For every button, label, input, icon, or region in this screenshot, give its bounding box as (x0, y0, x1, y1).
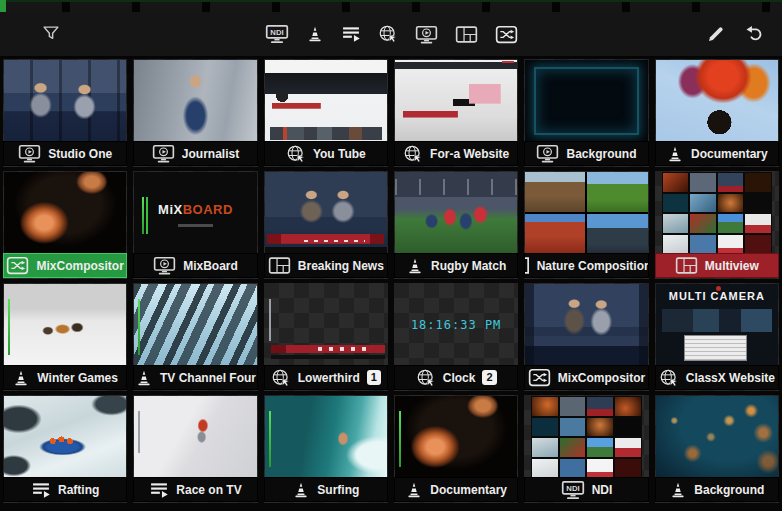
source-cell[interactable]: MixCompositor (0, 169, 130, 281)
shuffle-icon[interactable] (493, 23, 520, 46)
mosaic-tile (745, 194, 771, 213)
source-cell[interactable]: Nature Composition (521, 169, 651, 281)
source-label-bar[interactable]: Documentary (655, 141, 779, 166)
source-cell[interactable]: NDINDI (521, 393, 651, 505)
source-thumbnail[interactable] (656, 172, 778, 254)
source-thumbnail[interactable] (265, 284, 387, 366)
globe-icon[interactable] (376, 22, 400, 46)
source-cell[interactable]: Studio One (0, 57, 130, 169)
source-cell[interactable]: MiXBOARDMixBoard (130, 169, 260, 281)
cone-icon[interactable] (304, 23, 326, 45)
source-label-bar[interactable]: Rugby Match (394, 253, 518, 278)
source-label-bar[interactable]: Background (524, 141, 648, 166)
source-label-bar[interactable]: TV Channel Four (133, 365, 257, 390)
mosaic-tile (560, 397, 586, 416)
source-cell[interactable]: MULTI CAMERAClassX Website (652, 281, 782, 393)
source-thumbnail[interactable] (395, 60, 517, 142)
source-thumbnail[interactable] (134, 284, 256, 366)
source-thumbnail[interactable] (525, 60, 647, 142)
source-thumbnail[interactable] (656, 396, 778, 478)
cone-icon (405, 481, 423, 499)
source-cell[interactable]: Race on TV (130, 393, 260, 505)
ndi-icon[interactable]: NDI (263, 22, 291, 46)
source-label-bar[interactable]: Surfing (264, 477, 388, 502)
playlist-icon[interactable] (339, 22, 363, 46)
source-label-bar[interactable]: Breaking News (264, 253, 388, 278)
source-label-bar[interactable]: ClassX Website (655, 365, 779, 390)
mixboard-logo-text: MiXBOARD (134, 202, 256, 217)
undo-icon[interactable] (742, 22, 766, 46)
source-thumbnail[interactable] (265, 172, 387, 254)
source-cell[interactable]: Lowerthird1 (261, 281, 391, 393)
mosaic-tile (663, 194, 689, 213)
source-cell[interactable]: Multiview (652, 169, 782, 281)
source-label-bar[interactable]: MixBoard (133, 253, 257, 278)
source-cell[interactable]: Surfing (261, 393, 391, 505)
source-thumbnail[interactable] (656, 60, 778, 142)
source-cell[interactable]: Documentary (652, 57, 782, 169)
source-label-bar[interactable]: Lowerthird1 (264, 365, 388, 390)
mosaic-tile (745, 173, 771, 192)
source-cell[interactable]: Background (521, 57, 651, 169)
source-label-bar[interactable]: Multiview (655, 253, 779, 278)
source-label-bar[interactable]: Clock2 (394, 365, 518, 390)
source-label-bar[interactable]: Winter Games (3, 365, 127, 390)
ndi-icon: NDI (561, 480, 585, 500)
classx-screenshots (662, 309, 772, 332)
source-thumbnail[interactable] (4, 396, 126, 478)
source-cell[interactable]: TV Channel Four (130, 281, 260, 393)
source-cell[interactable]: Rafting (0, 393, 130, 505)
source-label-bar[interactable]: Background (655, 477, 779, 502)
source-cell[interactable]: MixCompositor (521, 281, 651, 393)
source-label: MixCompositor (36, 259, 123, 273)
source-label-bar[interactable]: Rafting (3, 477, 127, 502)
source-thumbnail[interactable] (525, 172, 647, 254)
source-thumbnail[interactable] (525, 396, 647, 478)
source-thumbnail[interactable] (395, 396, 517, 478)
source-label: Studio One (48, 147, 112, 161)
source-thumbnail[interactable] (4, 172, 126, 254)
source-label-bar[interactable]: Journalist (133, 141, 257, 166)
source-thumbnail[interactable] (134, 396, 256, 478)
mosaic-tile (587, 459, 613, 478)
source-cell[interactable]: Rugby Match (391, 169, 521, 281)
source-cell[interactable]: For-a Website (391, 57, 521, 169)
mosaic-tile (690, 214, 716, 233)
source-label-bar[interactable]: Studio One (3, 141, 127, 166)
source-thumbnail[interactable]: 18:16:33 PM (395, 284, 517, 366)
pencil-icon[interactable] (704, 22, 728, 46)
source-cell[interactable]: Documentary (391, 393, 521, 505)
source-label-bar[interactable]: MixCompositor (3, 253, 127, 278)
source-label-bar[interactable]: Nature Composition (524, 253, 648, 278)
source-thumbnail[interactable]: MiXBOARD (134, 172, 256, 254)
source-label-bar[interactable]: NDINDI (524, 477, 648, 502)
source-label-bar[interactable]: For-a Website (394, 141, 518, 166)
source-cell[interactable]: Journalist (130, 57, 260, 169)
source-thumbnail[interactable] (4, 284, 126, 366)
source-label-bar[interactable]: Documentary (394, 477, 518, 502)
source-cell[interactable]: You Tube (261, 57, 391, 169)
globe-icon (403, 144, 423, 164)
source-thumbnail[interactable] (4, 60, 126, 142)
source-label-bar[interactable]: MixCompositor (524, 365, 648, 390)
source-thumbnail[interactable]: MULTI CAMERA (656, 284, 778, 366)
multiview-icon[interactable] (453, 23, 480, 46)
screen-icon[interactable] (413, 23, 440, 46)
source-thumbnail[interactable] (525, 284, 647, 366)
source-thumbnail[interactable] (265, 396, 387, 478)
filter-icon[interactable] (38, 21, 64, 47)
source-cell[interactable]: Background (652, 393, 782, 505)
source-label: MixCompositor (558, 371, 645, 385)
source-thumbnail[interactable] (395, 172, 517, 254)
source-label-bar[interactable]: Race on TV (133, 477, 257, 502)
source-label-bar[interactable]: You Tube (264, 141, 388, 166)
mixboard-logo-mix: MiX (158, 202, 183, 217)
screen-icon (152, 144, 175, 163)
source-cell[interactable]: Winter Games (0, 281, 130, 393)
mosaic-tile (560, 418, 586, 437)
mosaic-tile (663, 235, 689, 254)
source-thumbnail[interactable] (265, 60, 387, 142)
source-thumbnail[interactable] (134, 60, 256, 142)
source-cell[interactable]: Breaking News (261, 169, 391, 281)
source-cell[interactable]: 18:16:33 PMClock2 (391, 281, 521, 393)
